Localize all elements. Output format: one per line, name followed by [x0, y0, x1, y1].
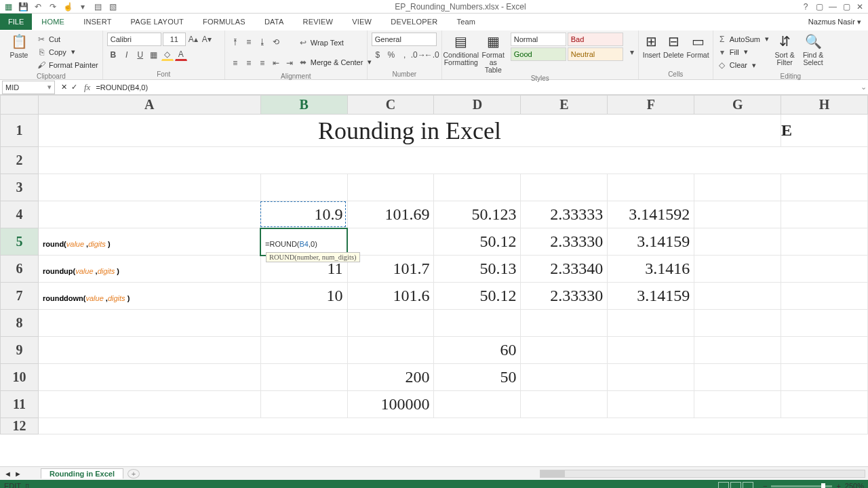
formula-input[interactable]: =ROUND(B4,0): [93, 83, 859, 92]
merge-center-button[interactable]: ⬌Merge & Center ▾: [298, 56, 372, 68]
sort-filter-button[interactable]: ⇵Sort & Filter: [772, 33, 797, 66]
sheet-nav-prev-icon[interactable]: ◄: [4, 470, 12, 478]
row-header-1[interactable]: 1: [1, 115, 39, 147]
col-header-D[interactable]: D: [434, 96, 521, 115]
percent-format-icon[interactable]: %: [385, 49, 397, 61]
cell-A7[interactable]: rounddown(value ,digits ): [38, 283, 260, 310]
insert-cells-button[interactable]: ⊞Insert: [643, 33, 660, 59]
tab-team[interactable]: Team: [447, 14, 485, 30]
row-header-7[interactable]: 7: [1, 283, 39, 310]
orientation-icon[interactable]: ⟲: [270, 36, 282, 48]
cell-B7[interactable]: 10: [260, 283, 347, 310]
cell-D10[interactable]: 50: [434, 364, 521, 391]
tab-insert[interactable]: INSERT: [74, 14, 121, 30]
view-normal-icon[interactable]: [718, 482, 729, 488]
qat-icon-2[interactable]: ▧: [107, 1, 118, 12]
cell-F5[interactable]: 3.14159: [608, 228, 694, 256]
cell-D9[interactable]: 60: [434, 337, 521, 364]
row-header-9[interactable]: 9: [1, 337, 39, 364]
save-icon[interactable]: 💾: [18, 1, 28, 12]
add-sheet-button[interactable]: +: [127, 469, 140, 479]
cell-E4[interactable]: 2.33333: [521, 201, 608, 228]
font-name-combo[interactable]: Calibri: [107, 33, 161, 46]
styles-more-icon[interactable]: ▾: [626, 46, 638, 58]
help-icon[interactable]: ?: [800, 1, 811, 12]
align-right-icon[interactable]: ≡: [256, 57, 269, 69]
style-normal[interactable]: Normal: [511, 33, 566, 46]
increase-decimal-icon[interactable]: .0→: [412, 49, 425, 61]
close-icon[interactable]: ✕: [854, 1, 865, 12]
undo-icon[interactable]: ↶: [33, 1, 43, 12]
fill-button[interactable]: ▾Fill ▾: [717, 46, 769, 58]
qat-icon-1[interactable]: ▤: [92, 1, 103, 12]
style-bad[interactable]: Bad: [568, 33, 623, 46]
cell-A4[interactable]: [38, 201, 260, 228]
align-center-icon[interactable]: ≡: [243, 57, 255, 69]
bold-button[interactable]: B: [107, 49, 119, 61]
style-neutral[interactable]: Neutral: [568, 47, 623, 61]
delete-cells-button[interactable]: ⊟Delete: [663, 33, 684, 59]
cell-E6[interactable]: 2.33340: [521, 256, 608, 283]
row-header-11[interactable]: 11: [1, 391, 39, 418]
col-header-F[interactable]: F: [608, 96, 694, 115]
tab-developer[interactable]: DEVELOPER: [381, 14, 447, 30]
underline-button[interactable]: U: [134, 49, 146, 61]
cell-row2[interactable]: [38, 147, 867, 174]
select-all-corner[interactable]: [1, 96, 39, 115]
col-header-C[interactable]: C: [347, 96, 434, 115]
cell-E7[interactable]: 2.33330: [521, 283, 608, 310]
cell-D5[interactable]: 50.12: [434, 228, 521, 256]
cell-styles-gallery[interactable]: Normal Bad Good Neutral: [511, 33, 623, 61]
align-left-icon[interactable]: ≡: [229, 57, 241, 69]
row-header-2[interactable]: 2: [1, 147, 39, 174]
row-header-12[interactable]: 12: [1, 418, 39, 434]
wrap-text-button[interactable]: ↩Wrap Text: [298, 37, 372, 49]
cell-C5[interactable]: [347, 228, 434, 256]
macro-record-icon[interactable]: ▯: [25, 482, 29, 489]
zoom-out-icon[interactable]: −: [763, 482, 767, 488]
zoom-slider[interactable]: [771, 485, 832, 487]
formula-bar-expand-icon[interactable]: ⌄: [859, 83, 868, 92]
paste-button[interactable]: 📋 Paste: [4, 33, 34, 59]
col-header-A[interactable]: A: [38, 96, 260, 115]
format-as-table-button[interactable]: ▦ Format as Table: [479, 33, 508, 74]
fx-icon[interactable]: fx: [81, 82, 93, 93]
col-header-H[interactable]: H: [781, 96, 868, 115]
decrease-decimal-icon[interactable]: ←.0: [426, 49, 438, 61]
tab-formulas[interactable]: FORMULAS: [193, 14, 255, 30]
number-format-combo[interactable]: General: [372, 33, 437, 46]
minimize-icon[interactable]: —: [827, 1, 838, 12]
cell-D6[interactable]: 50.13: [434, 256, 521, 283]
row-header-8[interactable]: 8: [1, 310, 39, 337]
row-header-6[interactable]: 6: [1, 256, 39, 283]
qat-more-icon[interactable]: ▾: [77, 1, 88, 12]
cell-B5-editing[interactable]: =ROUND(B4,0): [260, 228, 347, 256]
sheet-nav[interactable]: ◄►: [0, 470, 41, 478]
decrease-font-icon[interactable]: A▾: [201, 33, 213, 45]
italic-button[interactable]: I: [121, 49, 133, 61]
cancel-formula-icon[interactable]: ✕: [61, 83, 67, 92]
autosum-button[interactable]: ΣAutoSum ▾: [717, 33, 769, 45]
tab-data[interactable]: DATA: [255, 14, 294, 30]
style-good[interactable]: Good: [511, 47, 566, 61]
cell-F7[interactable]: 3.14159: [608, 283, 694, 310]
decrease-indent-icon[interactable]: ⇤: [270, 57, 282, 69]
enter-formula-icon[interactable]: ✓: [71, 83, 77, 92]
fill-color-button[interactable]: ◇: [161, 49, 174, 61]
row-header-5[interactable]: 5: [1, 228, 39, 256]
cell-A6[interactable]: roundup(value ,digits ): [38, 256, 260, 283]
col-header-G[interactable]: G: [694, 96, 781, 115]
cut-button[interactable]: ✂Cut: [37, 33, 98, 45]
view-page-break-icon[interactable]: [743, 482, 753, 488]
tab-home[interactable]: HOME: [32, 14, 74, 30]
view-page-layout-icon[interactable]: [730, 482, 741, 488]
cell-C11[interactable]: 100000: [347, 391, 434, 418]
tab-file[interactable]: FILE: [0, 14, 32, 30]
cell-C6[interactable]: 101.7: [347, 256, 434, 283]
touch-mode-icon[interactable]: ☝: [62, 1, 73, 12]
scrollbar-thumb[interactable]: [540, 470, 565, 477]
col-header-E[interactable]: E: [521, 96, 608, 115]
ribbon-options-icon[interactable]: ▢: [814, 1, 825, 12]
sheet-nav-next-icon[interactable]: ►: [14, 470, 22, 478]
format-cells-button[interactable]: ▭Format: [686, 33, 709, 59]
